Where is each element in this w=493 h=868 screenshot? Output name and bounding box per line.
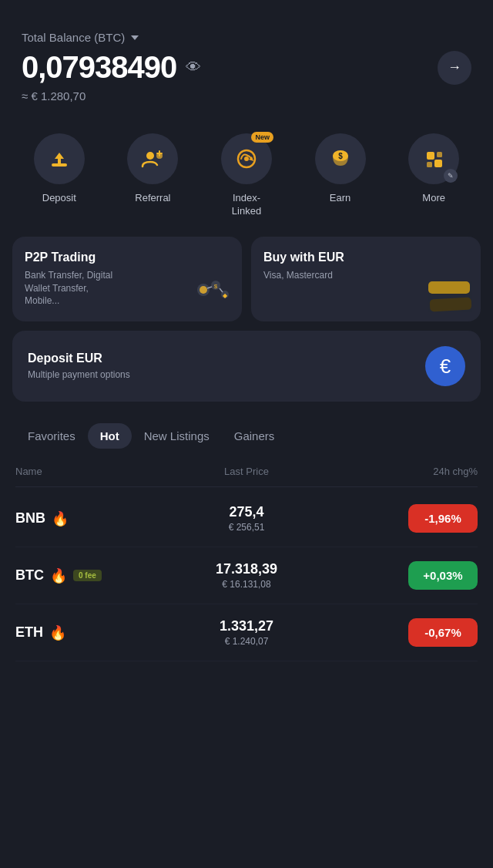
fire-icon: 🔥 bbox=[52, 510, 69, 527]
table-row[interactable]: ETH 🔥 1.331,27 € 1.240,07 -0,67% bbox=[15, 604, 478, 661]
buy-eur-subtitle: Visa, Mastercard bbox=[263, 269, 356, 282]
price-main: 275,4 bbox=[169, 504, 324, 520]
buy-eur-card[interactable]: Buy with EUR Visa, Mastercard bbox=[251, 237, 481, 321]
svg-point-2 bbox=[146, 152, 154, 160]
svg-point-8 bbox=[244, 156, 249, 161]
navigate-button[interactable]: → bbox=[438, 51, 471, 85]
price-main: 17.318,39 bbox=[169, 561, 324, 577]
fire-icon: 🔥 bbox=[50, 567, 67, 584]
price-eur: € 256,51 bbox=[169, 522, 324, 533]
svg-rect-15 bbox=[434, 160, 442, 167]
price-col-bnb: 275,4 € 256,51 bbox=[169, 504, 324, 533]
change-badge: -0,67% bbox=[408, 618, 478, 647]
action-more[interactable]: ✎ More bbox=[408, 133, 459, 218]
p2p-title: P2P Trading bbox=[25, 251, 230, 264]
price-col-eth: 1.331,27 € 1.240,07 bbox=[169, 618, 324, 647]
deposit-eur-title: Deposit EUR bbox=[28, 352, 130, 365]
action-deposit[interactable]: Deposit bbox=[34, 133, 85, 218]
p2p-trading-card[interactable]: P2P Trading Bank Transfer, Digital Walle… bbox=[12, 237, 242, 321]
col-change: 24h chg% bbox=[324, 466, 478, 477]
coin-symbol: ETH bbox=[15, 624, 43, 641]
coin-info-btc: BTC 🔥 0 fee bbox=[15, 567, 169, 584]
chevron-down-icon[interactable] bbox=[131, 35, 139, 40]
tab-gainers[interactable]: Gainers bbox=[222, 423, 287, 449]
change-col-btc: +0,03% bbox=[324, 561, 478, 590]
index-linked-icon-wrap: New bbox=[221, 133, 272, 184]
coin-info-bnb: BNB 🔥 bbox=[15, 510, 169, 527]
referral-label: Referral bbox=[135, 192, 170, 205]
fire-icon: 🔥 bbox=[49, 624, 66, 641]
earn-icon: $ bbox=[329, 147, 352, 170]
quick-actions-bar: Deposit Referral New Index- Linked bbox=[0, 121, 493, 237]
balance-section: Total Balance (BTC) 0,07938490 👁 → ≈ € 1… bbox=[0, 0, 493, 121]
buy-eur-title: Buy with EUR bbox=[263, 251, 468, 264]
deposit-icon-wrap bbox=[34, 133, 85, 184]
price-eur: € 16.131,08 bbox=[169, 579, 324, 590]
change-col-bnb: -1,96% bbox=[324, 504, 478, 533]
col-price: Last Price bbox=[169, 466, 324, 477]
market-tabs: Favorites Hot New Listings Gainers bbox=[15, 423, 478, 449]
tab-hot[interactable]: Hot bbox=[88, 423, 132, 449]
edit-icon: ✎ bbox=[444, 169, 458, 183]
market-section: Favorites Hot New Listings Gainers Name … bbox=[0, 402, 493, 668]
coin-symbol: BTC bbox=[15, 567, 44, 584]
table-row[interactable]: BTC 🔥 0 fee 17.318,39 € 16.131,08 +0,03% bbox=[15, 547, 478, 604]
eye-icon[interactable]: 👁 bbox=[186, 59, 201, 76]
coin-symbol: BNB bbox=[15, 510, 45, 527]
referral-icon bbox=[141, 148, 164, 170]
deposit-eur-card[interactable]: Deposit EUR Multiple payment options € bbox=[12, 331, 481, 402]
change-badge: +0,03% bbox=[408, 561, 478, 590]
price-col-btc: 17.318,39 € 16.131,08 bbox=[169, 561, 324, 590]
col-name: Name bbox=[15, 466, 169, 477]
action-index-linked[interactable]: New Index- Linked bbox=[221, 133, 272, 218]
balance-eur-value: ≈ € 1.280,70 bbox=[22, 89, 471, 103]
svg-rect-14 bbox=[427, 162, 432, 167]
action-earn[interactable]: $ Earn bbox=[315, 133, 366, 218]
svg-rect-13 bbox=[437, 152, 442, 157]
referral-icon-wrap bbox=[127, 133, 178, 184]
svg-point-17 bbox=[200, 286, 207, 294]
change-col-eth: -0,67% bbox=[324, 618, 478, 647]
svg-text:$: $ bbox=[214, 283, 218, 290]
deposit-label: Deposit bbox=[42, 192, 76, 205]
p2p-subtitle: Bank Transfer, Digital Wallet Transfer, … bbox=[25, 269, 117, 308]
price-main: 1.331,27 bbox=[169, 618, 324, 634]
euro-icon: € bbox=[425, 346, 465, 386]
index-linked-label: Index- Linked bbox=[232, 192, 261, 218]
index-linked-icon bbox=[235, 147, 258, 170]
price-eur: € 1.240,07 bbox=[169, 636, 324, 647]
svg-rect-0 bbox=[52, 163, 67, 167]
deposit-eur-subtitle: Multiple payment options bbox=[28, 368, 130, 382]
balance-label: Total Balance (BTC) bbox=[22, 31, 471, 44]
change-badge: -1,96% bbox=[408, 504, 478, 533]
more-icon-wrap: ✎ bbox=[408, 133, 459, 184]
tab-new-listings[interactable]: New Listings bbox=[132, 423, 222, 449]
coin-info-eth: ETH 🔥 bbox=[15, 624, 169, 641]
deposit-icon bbox=[49, 148, 70, 170]
svg-marker-1 bbox=[55, 153, 64, 163]
svg-text:$: $ bbox=[338, 152, 343, 160]
tab-favorites[interactable]: Favorites bbox=[15, 423, 88, 449]
earn-label: Earn bbox=[330, 192, 350, 205]
card-icon bbox=[428, 281, 471, 311]
fee-badge: 0 fee bbox=[73, 570, 102, 581]
action-referral[interactable]: Referral bbox=[127, 133, 178, 218]
new-badge: New bbox=[251, 132, 273, 143]
more-label: More bbox=[422, 192, 445, 205]
earn-icon-wrap: $ bbox=[315, 133, 366, 184]
more-icon bbox=[422, 147, 445, 170]
svg-line-23 bbox=[220, 288, 223, 292]
p2p-icon: $ ◆ bbox=[193, 274, 233, 311]
table-header: Name Last Price 24h chg% bbox=[15, 461, 478, 487]
cards-section: P2P Trading Bank Transfer, Digital Walle… bbox=[0, 237, 493, 402]
table-row[interactable]: BNB 🔥 275,4 € 256,51 -1,96% bbox=[15, 490, 478, 547]
svg-rect-12 bbox=[427, 152, 434, 160]
svg-text:◆: ◆ bbox=[223, 292, 228, 299]
balance-value: 0,07938490 bbox=[22, 50, 176, 85]
